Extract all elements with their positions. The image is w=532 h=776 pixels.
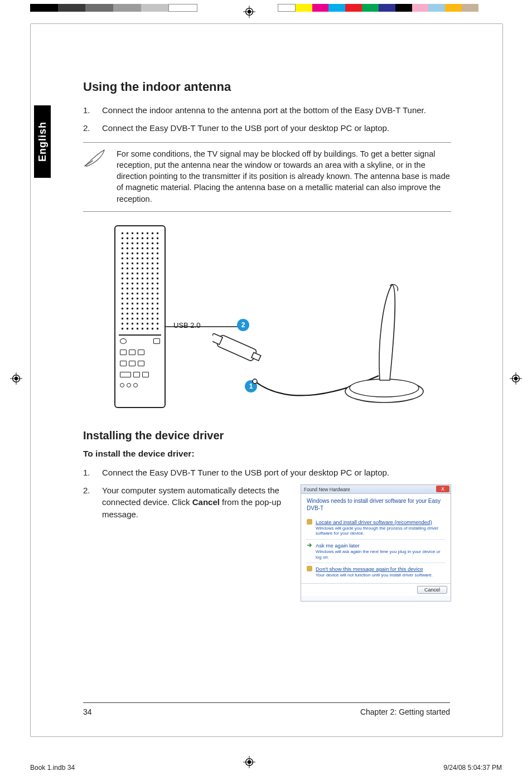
option-subtitle: Your device will not function until you … xyxy=(316,573,445,578)
step-number: 2. xyxy=(83,484,102,521)
step-text-bold: Cancel xyxy=(192,497,220,507)
page-footer: 34 Chapter 2: Getting started xyxy=(83,702,450,716)
print-timestamp: 9/24/08 5:04:37 PM xyxy=(443,764,502,772)
shield-icon xyxy=(307,566,312,571)
dialog-title: Found New Hardware xyxy=(304,487,350,492)
step-number: 2. xyxy=(83,122,102,134)
registration-mark-left xyxy=(10,372,22,385)
antenna-steps: 1. Connect the indoor antenna to the ant… xyxy=(83,104,451,134)
note-text: For some conditions, the TV signal may b… xyxy=(117,148,451,205)
registration-mark-top xyxy=(243,6,255,18)
dialog-message: Windows needs to install driver software… xyxy=(307,497,445,512)
option-subtitle: Windows will guide you through the proce… xyxy=(316,526,445,536)
print-metadata: Book 1.indb 34 9/24/08 5:04:37 PM xyxy=(30,764,502,772)
note-box: For some conditions, the TV signal may b… xyxy=(83,142,451,212)
close-button[interactable]: X xyxy=(436,486,449,492)
option-title: Ask me again later xyxy=(316,542,445,549)
dialog-option-later[interactable]: Ask me again later Windows will ask agai… xyxy=(307,539,445,562)
pc-tower-icon xyxy=(114,225,166,408)
dialog-titlebar: Found New Hardware X xyxy=(301,485,451,494)
color-swatches xyxy=(278,4,478,12)
section-heading-driver: Installing the device driver xyxy=(83,429,451,442)
usb-label: USB 2.0 xyxy=(173,321,200,329)
indoor-antenna-icon xyxy=(328,280,440,408)
arrow-right-icon xyxy=(307,542,312,548)
found-new-hardware-dialog: Found New Hardware X Windows needs to in… xyxy=(301,484,451,602)
page-content: Using the indoor antenna 1. Connect the … xyxy=(83,80,451,602)
section-heading-antenna: Using the indoor antenna xyxy=(83,80,451,94)
dialog-option-dontshow[interactable]: Don't show this message again for this d… xyxy=(307,562,445,581)
language-tab-label: English xyxy=(37,122,49,162)
option-title: Locate and install driver software (reco… xyxy=(316,519,445,525)
driver-steps: 1. Connect the Easy DVB-T Tuner to the U… xyxy=(83,467,451,479)
step-text: Connect the indoor antenna to the antenn… xyxy=(102,104,451,117)
svg-point-23 xyxy=(350,379,419,397)
option-subtitle: Windows will ask again the next time you… xyxy=(316,549,445,560)
step-number: 1. xyxy=(83,467,102,479)
connection-diagram: USB 2.0 2 1 xyxy=(83,225,451,426)
print-file-page: Book 1.indb 34 xyxy=(30,764,75,772)
option-title: Don't show this message again for this d… xyxy=(316,566,445,572)
dialog-option-locate[interactable]: Locate and install driver software (reco… xyxy=(307,516,445,539)
feather-pen-icon xyxy=(83,148,107,167)
grayscale-swatches xyxy=(30,4,197,12)
registration-mark-right xyxy=(510,372,522,385)
svg-point-21 xyxy=(253,379,257,384)
step-text: Connect the Easy DVB-T Tuner to the USB … xyxy=(102,122,451,134)
chapter-label: Chapter 2: Getting started xyxy=(360,707,450,716)
list-item: 1. Connect the indoor antenna to the ant… xyxy=(83,104,451,117)
list-item: 2. Connect the Easy DVB-T Tuner to the U… xyxy=(83,122,451,134)
step-text: Your computer system automatically detec… xyxy=(102,484,293,521)
list-item: 1. Connect the Easy DVB-T Tuner to the U… xyxy=(83,467,451,479)
step-text: Connect the Easy DVB-T Tuner to the USB … xyxy=(102,467,451,479)
step-number: 1. xyxy=(83,104,102,117)
list-item: 2. Your computer system automatically de… xyxy=(83,484,293,521)
page-number: 34 xyxy=(83,707,92,716)
shield-icon xyxy=(307,519,312,525)
callout-badge-2: 2 xyxy=(237,319,249,331)
section-subheading-driver: To install the device driver: xyxy=(83,449,451,459)
page-frame: English Using the indoor antenna 1. Conn… xyxy=(30,23,503,737)
cancel-button[interactable]: Cancel xyxy=(417,586,447,594)
language-tab: English xyxy=(34,105,51,178)
